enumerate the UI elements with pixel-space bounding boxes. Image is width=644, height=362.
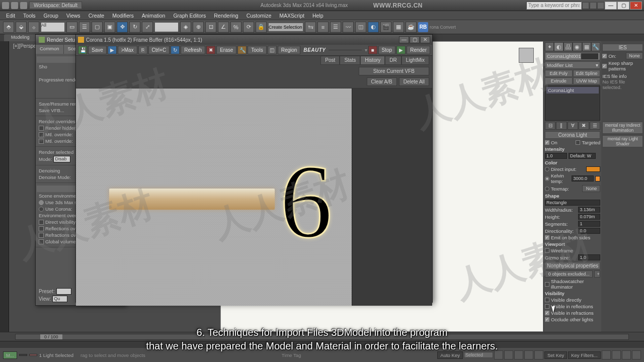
shape-dropdown[interactable]: Rectangle bbox=[545, 200, 600, 206]
auto-key-button[interactable]: Auto Key bbox=[437, 351, 463, 359]
percent-snap-icon[interactable]: % bbox=[230, 22, 242, 33]
move-icon[interactable]: ✥ bbox=[117, 22, 128, 33]
tab-stats[interactable]: Stats bbox=[340, 56, 360, 65]
kelvin-radio[interactable] bbox=[545, 176, 549, 181]
tomax-icon[interactable]: ▶ bbox=[108, 46, 117, 54]
cfb-minimize[interactable]: — bbox=[399, 36, 409, 43]
copy-button[interactable]: Ctrl+C bbox=[148, 46, 170, 54]
set-key-button[interactable]: Set Key bbox=[544, 351, 567, 359]
manip-icon[interactable]: ⊕ bbox=[193, 22, 204, 33]
selection-lock-icon[interactable]: 🔒 bbox=[256, 22, 267, 33]
refresh-icon[interactable]: ↻ bbox=[171, 46, 180, 54]
taskbar-explorer[interactable] bbox=[19, 354, 27, 356]
modifier-stack[interactable]: CoronaLight bbox=[545, 85, 600, 121]
menu-rendering[interactable]: Rendering bbox=[211, 13, 241, 19]
tools-icon[interactable]: 🔧 bbox=[237, 46, 247, 54]
height-value[interactable]: 0.079m bbox=[578, 214, 600, 220]
unlink-icon[interactable]: ⬙ bbox=[16, 22, 27, 33]
excluded-button[interactable]: 0 objects excluded... bbox=[545, 270, 593, 278]
refresh-button[interactable]: Refresh bbox=[181, 46, 205, 54]
key-mode-dropdown[interactable]: Selected bbox=[464, 352, 493, 358]
mri-rollout[interactable]: mental ray Indirect Illumination bbox=[602, 122, 643, 134]
angle-snap-icon[interactable]: ∠ bbox=[218, 22, 229, 33]
remove-mod-icon[interactable]: ✖ bbox=[579, 122, 589, 130]
menu-tools[interactable]: Tools bbox=[20, 13, 39, 19]
tab-post[interactable]: Post bbox=[320, 56, 340, 65]
kelvin-value[interactable]: 3000.0 bbox=[572, 175, 594, 182]
workspace-dropdown[interactable]: Workspace: Default bbox=[29, 2, 82, 9]
material-editor-icon[interactable]: ◐ bbox=[368, 22, 379, 33]
rotate-icon[interactable]: ↻ bbox=[129, 22, 140, 33]
render-icon[interactable]: ▶ bbox=[396, 46, 406, 54]
menu-graph-editors[interactable]: Graph Editors bbox=[170, 13, 209, 19]
visible-refl-checkbox[interactable] bbox=[545, 304, 549, 309]
keep-sharp-checkbox[interactable] bbox=[602, 64, 607, 68]
ribbon-modeling[interactable]: Modeling bbox=[4, 34, 37, 41]
rb-badge[interactable]: RB bbox=[418, 22, 428, 32]
save-button[interactable]: Save bbox=[88, 46, 107, 54]
redo-icon[interactable] bbox=[20, 2, 27, 9]
nav-zoom-icon[interactable] bbox=[602, 350, 611, 359]
prev-frame-icon[interactable] bbox=[504, 350, 513, 359]
width-value[interactable]: 3.136m bbox=[578, 207, 600, 213]
menu-group[interactable]: Group bbox=[41, 13, 61, 19]
time-slider[interactable]: 0 / 100 bbox=[0, 332, 644, 341]
refcoord-dropdown[interactable] bbox=[154, 22, 179, 32]
render-prod-icon[interactable]: ☕ bbox=[406, 22, 417, 33]
menu-maxscript[interactable]: MAXScript bbox=[276, 13, 307, 19]
taskbar-m[interactable]: M... bbox=[3, 351, 17, 359]
menu-animation[interactable]: Animation bbox=[139, 13, 169, 19]
menu-views[interactable]: Views bbox=[63, 13, 84, 19]
erase-icon[interactable]: ✖ bbox=[206, 46, 215, 54]
config-icon[interactable]: ☰ bbox=[590, 122, 600, 130]
visible-refr-checkbox[interactable] bbox=[545, 311, 549, 315]
targeted-checkbox[interactable] bbox=[576, 140, 580, 145]
extrude-button[interactable]: Extrude bbox=[545, 77, 573, 84]
unique-icon[interactable]: ∀ bbox=[568, 122, 578, 130]
render-output[interactable]: 6 bbox=[76, 88, 352, 306]
direct-input-radio[interactable] bbox=[545, 167, 549, 171]
viewcube[interactable] bbox=[519, 48, 534, 63]
bind-icon[interactable]: ⟐ bbox=[28, 22, 39, 33]
select-name-icon[interactable]: ☰ bbox=[79, 22, 90, 33]
tab-lightmix[interactable]: LightMix bbox=[401, 56, 429, 65]
cfb-close[interactable]: ✕ bbox=[420, 36, 430, 43]
segments-value[interactable]: 1 bbox=[578, 221, 600, 227]
render-frame-icon[interactable]: ▦ bbox=[393, 22, 404, 33]
layers-icon[interactable]: ☰ bbox=[330, 22, 341, 33]
object-color-swatch[interactable] bbox=[581, 53, 599, 59]
play-icon[interactable] bbox=[514, 350, 523, 359]
ies-rollout[interactable]: IES bbox=[602, 44, 643, 51]
texmap-button[interactable]: None bbox=[582, 185, 600, 192]
channel-label[interactable]: BEAUTY bbox=[303, 47, 326, 53]
align-icon[interactable]: ≡ bbox=[317, 22, 329, 33]
spinner-snap-icon[interactable]: ⟳ bbox=[243, 22, 254, 33]
mrls-rollout[interactable]: mental ray Light Shader bbox=[602, 135, 643, 147]
stack-item[interactable]: CoronaLight bbox=[546, 87, 599, 94]
save-icon[interactable]: 💾 bbox=[78, 46, 87, 54]
track-bar[interactable] bbox=[0, 341, 644, 348]
nav-orbit-icon[interactable] bbox=[622, 350, 631, 359]
nav-max-icon[interactable] bbox=[632, 350, 641, 359]
menu-create[interactable]: Create bbox=[86, 13, 108, 19]
gizmo-value[interactable]: 1.0 bbox=[578, 254, 600, 260]
hierarchy-tab-icon[interactable]: 品 bbox=[564, 42, 573, 51]
emit-both-checkbox[interactable] bbox=[545, 235, 549, 240]
clear-ab-button[interactable]: Clear A/B bbox=[367, 77, 397, 86]
mirror-icon[interactable]: ⮀ bbox=[305, 22, 316, 33]
goto-end-icon[interactable] bbox=[534, 350, 543, 359]
maximize-button[interactable]: ▢ bbox=[617, 2, 629, 10]
cfb-maximize[interactable]: ▢ bbox=[410, 36, 420, 43]
uvw-map-button[interactable]: UVW Map bbox=[573, 77, 601, 84]
snap-icon[interactable]: ⊡ bbox=[205, 22, 216, 33]
intensity-value[interactable]: 1.0 bbox=[545, 153, 567, 159]
modify-tab-icon[interactable]: ◐ bbox=[554, 42, 563, 51]
key-filters-button[interactable]: Key Filters... bbox=[568, 351, 601, 359]
selection-filter-dropdown[interactable]: All bbox=[41, 22, 65, 32]
time-tag[interactable]: Time Tag bbox=[282, 352, 301, 358]
direct-color-swatch[interactable] bbox=[586, 166, 600, 172]
scale-icon[interactable]: ⤢ bbox=[142, 22, 153, 33]
goto-start-icon[interactable] bbox=[494, 350, 503, 359]
nonphysical-rollout[interactable]: Nonphysical properties bbox=[545, 262, 600, 269]
curve-editor-icon[interactable]: 〰 bbox=[343, 22, 354, 33]
